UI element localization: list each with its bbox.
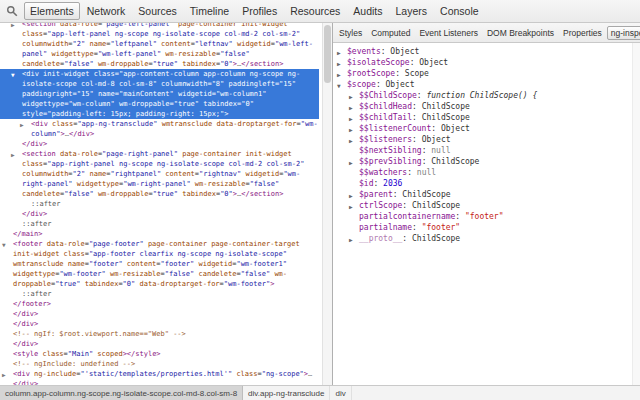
sidebar-scrollbar[interactable] [632,43,640,385]
dom-node[interactable]: </main> [0,229,319,239]
scope-property-row[interactable]: ▶$$prevSibling: ChildScope [333,156,640,167]
tab-timeline[interactable]: Timeline [184,2,235,20]
scope-property-row[interactable]: ▼$scope: Object [333,79,640,90]
sidebar-tab-styles[interactable]: Styles [335,26,366,40]
breadcrumb-item[interactable]: div [330,386,351,400]
tab-network[interactable]: Network [81,2,132,20]
scope-property-row[interactable]: ▶$events: Object [333,46,640,57]
breadcrumb-item[interactable]: div.app-ng-transclude [243,386,330,400]
syntax-token: widgettype="wm-left-panel" [52,50,162,58]
tab-sources[interactable]: Sources [132,2,183,20]
dom-node[interactable]: </footer> [0,299,319,309]
syntax-token: "15" [77,90,94,98]
dom-node[interactable]: ::after [0,289,319,299]
syntax-token: class="ng-scope" [236,370,303,378]
dom-node[interactable]: ▼<footer data-role="page-footer" page-co… [0,239,319,289]
scope-property-row[interactable]: ▶$$listenerCount: Object [333,123,640,134]
expand-arrow-icon[interactable]: ▶ [2,370,6,380]
expand-arrow-icon[interactable]: ▶ [20,120,24,130]
scope-property-row[interactable]: ▶$isolateScope: Object [333,57,640,68]
scrollbar-thumb[interactable] [324,25,331,83]
syntax-token: wm-resizable [165,50,216,58]
syntax-token: </div> [13,310,38,318]
syntax-token: widgetid [178,90,212,98]
dom-node[interactable]: </div> [0,209,319,219]
dom-node[interactable]: </div> [0,339,319,349]
syntax-token: "'static/templates/properties.html'" [80,370,232,378]
syntax-token: page-container [178,23,237,28]
syntax-token: "app-ng-transclude" [77,120,157,128]
dom-node-selected[interactable]: ▼<div init-widget class="app-content-col… [0,69,319,119]
dom-node[interactable]: ::after [0,219,319,229]
scope-property-row[interactable]: ▶$$listeners: Object [333,134,640,145]
syntax-token: "wm-left-panel" [98,50,161,58]
sidebar-tab-ng-inspect[interactable]: ng-inspect [607,26,640,40]
dom-node[interactable]: </div> [0,309,319,319]
scope-property-row[interactable]: $id: 2036 [333,178,640,189]
scope-property-row[interactable]: partialname: "footer" [333,222,640,233]
collapse-arrow-icon[interactable]: ▼ [11,70,15,80]
scope-property-row[interactable]: ▶__proto__: ChildScope [333,233,640,244]
scope-property-row[interactable]: $$nextSibling: null [333,145,640,156]
ng-inspect-pane: ▶$events: Object▶$isolateScope: Object▶$… [333,43,640,385]
scope-property-row[interactable]: partialcontainername: "footer" [333,211,640,222]
dom-node[interactable]: ▶<div class="app-ng-transclude" wmtransc… [0,119,319,139]
tab-profiles[interactable]: Profiles [236,2,283,20]
inspect-element-icon[interactable] [3,3,21,20]
sidebar-tab-event-listeners[interactable]: Event Listeners [415,26,482,40]
dom-node[interactable]: </div> [0,139,319,149]
property-name: $parent [359,190,393,199]
property-name: partialname [359,223,412,232]
syntax-token: init-widget [241,23,287,28]
dom-node[interactable]: ▶<div ng-include="'static/templates/prop… [0,369,319,385]
tab-audits[interactable]: Audits [347,2,388,20]
syntax-token: wm-resizable="false" [195,180,279,188]
scope-property-row[interactable]: ▶$rootScope: Scope [333,68,640,79]
syntax-token: wm-resizable [110,270,161,278]
tab-console[interactable]: Console [434,2,485,20]
property-name: $$listenerCount [359,124,431,133]
dom-node[interactable]: <!-- ngInclude: undefined --> [0,359,319,369]
syntax-token: : [412,102,422,111]
devtools-content: ▶<section data-role="page-left-panel" pa… [0,23,640,385]
syntax-token: "0" [123,280,136,288]
syntax-token: : [431,124,441,133]
tab-layers[interactable]: Layers [390,2,434,20]
dom-node[interactable]: ::after [0,199,319,209]
syntax-token: data-role="page-right-panel" [60,150,178,158]
expand-arrow-icon[interactable]: ▶ [11,23,15,30]
syntax-token: "footer" [161,260,195,268]
syntax-token: paddingleft="15" [229,80,296,88]
scope-property-row[interactable]: ▶$$ChildScope: function ChildScope() { [333,90,640,101]
scope-property-row[interactable]: $$watchers: null [333,167,640,178]
breadcrumb-item[interactable]: column.app-column.ng-scope.ng-isolate-sc… [0,386,243,400]
sidebar-tab-properties[interactable]: Properties [559,26,606,40]
dom-node[interactable]: ▶<section data-role="page-left-panel" pa… [0,23,319,69]
tab-resources[interactable]: Resources [284,2,346,20]
expand-arrow-icon[interactable]: ▶ [11,150,15,160]
tab-elements[interactable]: Elements [24,2,80,20]
sidebar-tab-dom-breakpoints[interactable]: DOM Breakpoints [483,26,558,40]
scope-property-row[interactable]: ▶ctrlScope: ChildScope [333,200,640,211]
syntax-token: name [98,90,115,98]
syntax-token: class [43,350,64,358]
dom-node[interactable]: </div> [0,319,319,329]
main-tabs: ElementsNetworkSourcesTimelineProfilesRe… [24,2,486,20]
scope-property-row[interactable]: ▶$$childTail: ChildScope [333,112,640,123]
sidebar-tab-computed[interactable]: Computed [367,26,414,40]
syntax-token: widgetid [245,170,279,178]
dom-node[interactable]: <!-- ngIf: $root.viewport.name=="Web" --… [0,329,319,339]
syntax-token: wm-droppable="true" [98,190,178,198]
scope-property-row[interactable]: ▶$parent: ChildScope [333,189,640,200]
syntax-token: "2" [73,40,86,48]
property-value: "footer" [465,212,504,221]
syntax-token: name [89,170,106,178]
scope-property-row[interactable]: ▶$$childHead: ChildScope [333,101,640,112]
dom-node[interactable]: <style class="Main" scoped></style> [0,349,319,359]
collapse-arrow-icon[interactable]: ▼ [2,240,6,250]
syntax-token: : [402,234,412,243]
elements-scrollbar[interactable] [322,23,332,385]
dom-node[interactable]: ▶<section data-role="page-right-panel" p… [0,149,319,199]
expand-arrow-icon[interactable]: ▶ [349,234,353,245]
syntax-token: widgettype="wm-footer" [13,270,106,278]
